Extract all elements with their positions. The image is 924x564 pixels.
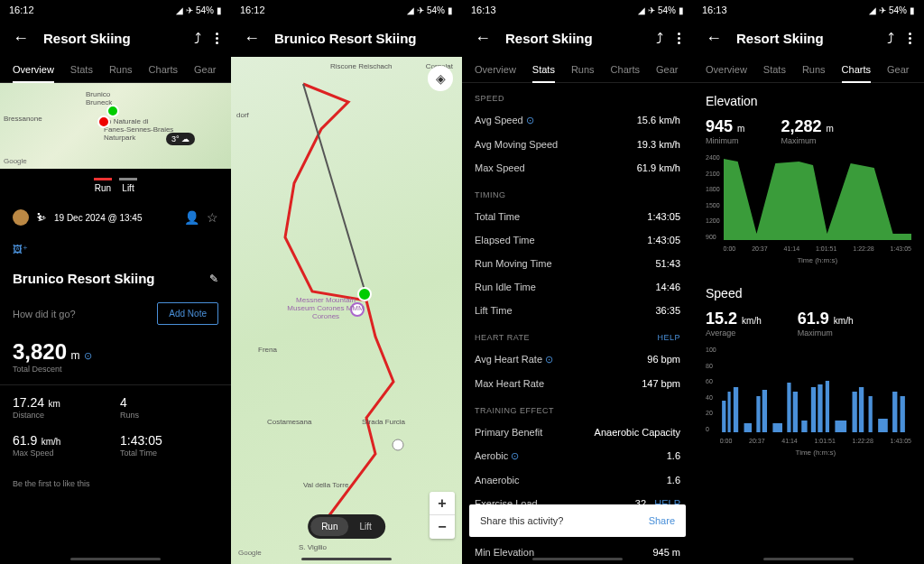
tab-charts[interactable]: Charts — [611, 57, 640, 82]
end-marker — [97, 116, 110, 128]
overview-body: BrunicoBruneck Bressanone co Naturale di… — [0, 83, 231, 564]
page-title: Resort Skiing — [43, 31, 180, 46]
app-header: ← Resort Skiing — [0, 20, 231, 57]
more-icon[interactable] — [216, 32, 218, 44]
screen-overview: 16:12 ◢ ✈ 54% ▮ ← Resort Skiing Overview… — [0, 0, 231, 564]
status-icons: ◢ ✈ 54% ▮ — [176, 5, 222, 15]
photo-icon[interactable]: 🖼⁺ — [13, 244, 28, 254]
full-map[interactable]: Riscone Reischach Cornolat dorf Messner … — [231, 57, 462, 564]
svg-rect-8 — [744, 423, 751, 432]
elevation-area-chart — [724, 154, 911, 240]
tab-stats[interactable]: Stats — [70, 57, 93, 82]
tab-overview[interactable]: Overview — [13, 57, 54, 82]
tab-charts[interactable]: Charts — [149, 57, 178, 82]
zoom-out-button[interactable]: − — [430, 515, 455, 539]
ski-icon — [36, 211, 47, 224]
tab-overview[interactable]: Overview — [475, 57, 516, 82]
svg-rect-10 — [762, 390, 766, 432]
layers-button[interactable]: ◈ — [428, 66, 453, 91]
svg-rect-13 — [792, 392, 797, 432]
svg-rect-19 — [852, 392, 856, 432]
svg-rect-24 — [900, 396, 904, 432]
note-prompt: How did it go? — [13, 309, 76, 319]
page-title: Brunico Resort Skiing — [274, 31, 449, 46]
svg-rect-15 — [811, 387, 816, 432]
back-icon[interactable]: ← — [244, 29, 260, 48]
svg-rect-5 — [722, 401, 725, 432]
tab-gear[interactable]: Gear — [656, 57, 678, 82]
tab-stats[interactable]: Stats — [532, 57, 555, 82]
tab-charts[interactable]: Charts — [842, 57, 871, 82]
run-lift-toggle: Run Lift — [308, 514, 385, 539]
toggle-run[interactable]: Run — [310, 517, 348, 536]
avatar[interactable] — [13, 209, 29, 226]
back-icon[interactable]: ← — [475, 29, 491, 48]
pencil-icon[interactable]: ✎ — [209, 273, 218, 285]
screen-charts: 16:13◢ ✈ 54% ▮ ← Resort Skiing Overview … — [693, 0, 924, 564]
screen-stats: 16:13◢ ✈ 54% ▮ ← Resort Skiing Overview … — [462, 0, 693, 564]
zoom-control: + − — [430, 492, 455, 539]
svg-rect-20 — [859, 387, 864, 432]
more-icon[interactable] — [909, 32, 911, 44]
svg-rect-11 — [772, 423, 782, 432]
share-icon[interactable] — [887, 31, 894, 47]
svg-rect-9 — [756, 396, 760, 432]
start-marker — [106, 105, 119, 117]
status-time: 16:12 — [9, 5, 34, 15]
svg-rect-23 — [892, 392, 897, 432]
google-logo: Google — [238, 549, 262, 557]
share-icon[interactable] — [194, 31, 201, 47]
svg-rect-6 — [727, 392, 730, 432]
weather-badge: 3° ☁ — [166, 133, 195, 145]
nav-pill — [70, 558, 161, 560]
like-prompt[interactable]: Be the first to like this — [0, 467, 231, 501]
share-action[interactable]: Share — [649, 515, 675, 526]
info-icon[interactable]: ⊙ — [84, 350, 92, 361]
toggle-lift[interactable]: Lift — [349, 517, 383, 536]
svg-rect-12 — [787, 383, 790, 432]
back-icon[interactable]: ← — [13, 29, 29, 48]
tab-gear[interactable]: Gear — [194, 57, 216, 82]
svg-rect-7 — [734, 387, 738, 432]
speed-bar-chart — [720, 347, 911, 432]
elevation-chart: Elevation 945 mMinimum 2,282 mMaximum 24… — [693, 83, 924, 275]
svg-rect-22 — [878, 419, 888, 432]
back-icon[interactable]: ← — [706, 29, 722, 48]
favorite-icon[interactable]: ☆ — [207, 210, 218, 225]
activity-title: Brunico Resort Skiing — [13, 271, 155, 286]
share-banner: Share this activity? Share — [469, 504, 686, 537]
more-icon[interactable] — [678, 32, 680, 44]
stat-grid: 17.24 kmDistance 4Runs 61.9 km/hMax Spee… — [0, 384, 231, 467]
help-link[interactable]: HELP — [657, 333, 680, 342]
total-descent-value: 3,820 — [13, 339, 67, 364]
charts-body[interactable]: Elevation 945 mMinimum 2,282 mMaximum 24… — [693, 83, 924, 564]
svg-rect-14 — [801, 421, 807, 432]
legend: Run Lift — [0, 169, 231, 202]
person-icon[interactable]: 👤 — [184, 210, 199, 225]
share-icon[interactable] — [656, 31, 663, 47]
svg-point-4 — [393, 439, 403, 450]
tab-runs[interactable]: Runs — [109, 57, 133, 82]
map-preview[interactable]: BrunicoBruneck Bressanone co Naturale di… — [0, 83, 231, 169]
zoom-in-button[interactable]: + — [430, 492, 455, 515]
tab-runs[interactable]: Runs — [571, 57, 595, 82]
svg-rect-21 — [868, 396, 872, 432]
screen-map: 16:12◢ ✈ 54% ▮ ← Brunico Resort Skiing R… — [231, 0, 462, 564]
google-logo: Google — [4, 157, 27, 165]
svg-rect-17 — [825, 381, 828, 432]
activity-date: 19 Dec 2024 @ 13:45 — [54, 213, 177, 223]
stats-body[interactable]: Speed Avg Speed ⊙15.6 km/h Avg Moving Sp… — [462, 83, 693, 564]
svg-rect-18 — [835, 421, 846, 432]
tabs: Overview Stats Runs Charts Gear — [0, 57, 231, 83]
activity-meta-row: 19 Dec 2024 @ 13:45 👤 ☆ — [0, 202, 231, 233]
add-note-button[interactable]: Add Note — [157, 302, 218, 325]
svg-rect-16 — [818, 384, 822, 432]
speed-chart: Speed 15.2 km/hAverage 61.9 km/hMaximum … — [693, 275, 924, 467]
status-bar: 16:12 ◢ ✈ 54% ▮ — [0, 0, 231, 20]
